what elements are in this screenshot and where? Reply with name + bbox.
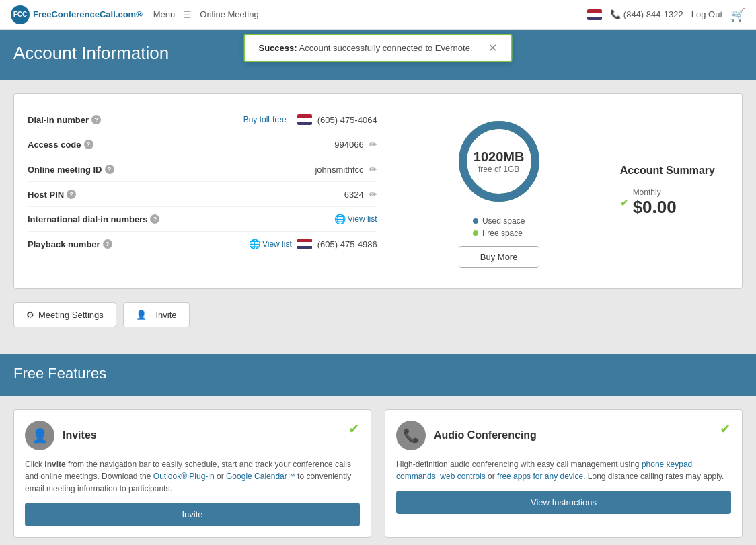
flag-icon xyxy=(587,9,602,20)
logout-button[interactable]: Log Out xyxy=(691,9,722,19)
legend-used-dot xyxy=(473,218,478,224)
access-code-value: 994066 ✏ xyxy=(176,139,377,150)
dial-in-row: Dial-in number ? Buy toll-free (605) 475… xyxy=(28,108,377,132)
invite-button[interactable]: 👤+ Invite xyxy=(123,302,190,327)
meeting-id-text: johnsmithfcc xyxy=(315,165,363,175)
international-view-list-link[interactable]: 🌐 View list xyxy=(334,214,377,224)
outlook-plugin-link[interactable]: Outlook® Plug-in xyxy=(153,472,215,481)
audio-icon: 📞 xyxy=(396,421,426,450)
playback-view-list-link[interactable]: 🌐 View list xyxy=(249,239,292,249)
host-pin-label: Host PIN ? xyxy=(28,190,176,200)
info-table: Dial-in number ? Buy toll-free (605) 475… xyxy=(28,108,377,275)
menu-divider-icon: ☰ xyxy=(183,9,192,20)
access-code-row: Access code ? 994066 ✏ xyxy=(28,132,377,157)
buy-more-button[interactable]: Buy More xyxy=(459,246,539,268)
legend-used-label: Used space xyxy=(482,216,525,226)
access-code-label: Access code ? xyxy=(28,140,176,150)
invites-check-icon: ✔ xyxy=(348,421,360,437)
logo-text: FreeConferenceCall.com® xyxy=(33,9,143,19)
invites-description: Click Invite from the navigation bar to … xyxy=(25,458,360,495)
audio-description: High-definition audio conferencing with … xyxy=(396,458,731,483)
dial-in-value: Buy toll-free (605) 475-4064 xyxy=(176,114,377,125)
view-instructions-button[interactable]: View Instructions xyxy=(396,491,731,514)
legend-free-dot xyxy=(473,230,478,236)
host-pin-row: Host PIN ? 6324 ✏ xyxy=(28,182,377,207)
success-toast: Success: Account successfully connected … xyxy=(244,34,513,62)
audio-title: Audio Conferencing xyxy=(434,429,537,442)
storage-total: free of 1GB xyxy=(474,165,525,174)
free-apps-link[interactable]: free apps for any device xyxy=(497,472,583,481)
meeting-id-label: Online meeting ID ? xyxy=(28,165,176,175)
account-info-card: Dial-in number ? Buy toll-free (605) 475… xyxy=(13,93,743,289)
audio-check-icon: ✔ xyxy=(720,421,731,437)
playback-number: (605) 475-4986 xyxy=(317,239,377,249)
invites-icon: 👤 xyxy=(25,421,54,450)
dial-in-label: Dial-in number ? xyxy=(28,115,176,125)
storage-legend: Used space Free space xyxy=(473,216,525,238)
playback-label: Playback number ? xyxy=(28,239,176,249)
free-features-header: Free Features xyxy=(0,354,756,396)
phone-number: 📞 (844) 844-1322 xyxy=(610,9,683,19)
playback-flag-icon xyxy=(297,239,312,249)
main-content: Dial-in number ? Buy toll-free (605) 475… xyxy=(0,80,756,354)
access-code-edit-icon[interactable]: ✏ xyxy=(369,139,377,150)
buy-toll-free-link[interactable]: Buy toll-free xyxy=(243,115,287,124)
host-pin-help-icon[interactable]: ? xyxy=(67,190,76,199)
logo-circle: FCC xyxy=(11,5,30,24)
donut-center: 1020MB free of 1GB xyxy=(474,149,525,174)
international-row: International dial-in numbers ? 🌐 View l… xyxy=(28,207,377,232)
toast-text: Account successfully connected to Everno… xyxy=(299,43,473,53)
host-pin-edit-icon[interactable]: ✏ xyxy=(369,189,377,200)
account-summary-title: Account Summary xyxy=(620,165,715,177)
action-buttons-row: ⚙ Meeting Settings 👤+ Invite xyxy=(13,302,743,327)
features-grid: 👤 Invites ✔ Click Invite from the naviga… xyxy=(0,396,756,545)
audio-header: 📞 Audio Conferencing xyxy=(396,421,731,450)
invites-feature-card: 👤 Invites ✔ Click Invite from the naviga… xyxy=(13,409,371,538)
cart-icon[interactable]: 🛒 xyxy=(730,7,745,22)
playback-value: 🌐 View list (605) 475-4986 xyxy=(176,239,377,249)
legend-used: Used space xyxy=(473,216,525,226)
international-label: International dial-in numbers ? xyxy=(28,214,176,224)
meeting-settings-button[interactable]: ⚙ Meeting Settings xyxy=(13,302,116,327)
meeting-id-edit-icon[interactable]: ✏ xyxy=(369,164,377,175)
dial-in-number: (605) 475-4064 xyxy=(317,115,377,125)
playback-row: Playback number ? 🌐 View list (605) 475-… xyxy=(28,232,377,256)
host-pin-number: 6324 xyxy=(344,190,364,200)
invites-header: 👤 Invites xyxy=(25,421,360,450)
web-controls-link[interactable]: web controls xyxy=(440,472,485,481)
account-summary-panel: Account Summary ✔ Monthly $0.00 xyxy=(607,108,728,275)
logo[interactable]: FCC FreeConferenceCall.com® xyxy=(11,5,143,24)
meeting-id-row: Online meeting ID ? johnsmithfcc ✏ xyxy=(28,157,377,182)
google-calendar-link[interactable]: Google Calendar™ xyxy=(226,472,295,481)
legend-free: Free space xyxy=(473,228,525,238)
meeting-id-help-icon[interactable]: ? xyxy=(105,165,114,174)
access-code-number: 994066 xyxy=(334,140,363,150)
card-divider xyxy=(391,108,391,275)
toast-message: Success: Account successfully connected … xyxy=(259,43,473,53)
toast-close-button[interactable]: ✕ xyxy=(488,42,497,54)
person-plus-icon: 👤+ xyxy=(136,310,152,320)
international-help-icon[interactable]: ? xyxy=(150,214,159,224)
access-code-help-icon[interactable]: ? xyxy=(84,140,93,149)
legend-free-label: Free space xyxy=(482,228,523,238)
free-features-title: Free Features xyxy=(13,365,743,382)
summary-period: Monthly xyxy=(633,187,677,197)
playback-globe-icon: 🌐 xyxy=(249,239,260,249)
storage-used-mb: 1020MB xyxy=(474,149,525,165)
invite-feature-button[interactable]: Invite xyxy=(25,503,360,526)
playback-help-icon[interactable]: ? xyxy=(103,239,112,249)
meeting-id-value: johnsmithfcc ✏ xyxy=(176,164,377,175)
gear-icon: ⚙ xyxy=(26,310,34,320)
storage-donut: 1020MB free of 1GB xyxy=(452,114,546,208)
invites-title: Invites xyxy=(63,429,97,442)
menu-item-meeting[interactable]: Online Meeting xyxy=(200,9,258,19)
storage-summary: 1020MB free of 1GB Used space Free space… xyxy=(405,108,593,275)
summary-price: $0.00 xyxy=(633,197,677,218)
dial-in-help-icon[interactable]: ? xyxy=(91,115,101,124)
toast-success-label: Success: xyxy=(259,43,297,53)
international-value: 🌐 View list xyxy=(176,214,377,224)
audio-feature-card: 📞 Audio Conferencing ✔ High-definition a… xyxy=(385,409,743,538)
summary-check-icon: ✔ xyxy=(620,196,629,209)
navbar: FCC FreeConferenceCall.com® Menu ☰ Onlin… xyxy=(0,0,756,30)
menu-item-menu[interactable]: Menu xyxy=(153,9,176,19)
